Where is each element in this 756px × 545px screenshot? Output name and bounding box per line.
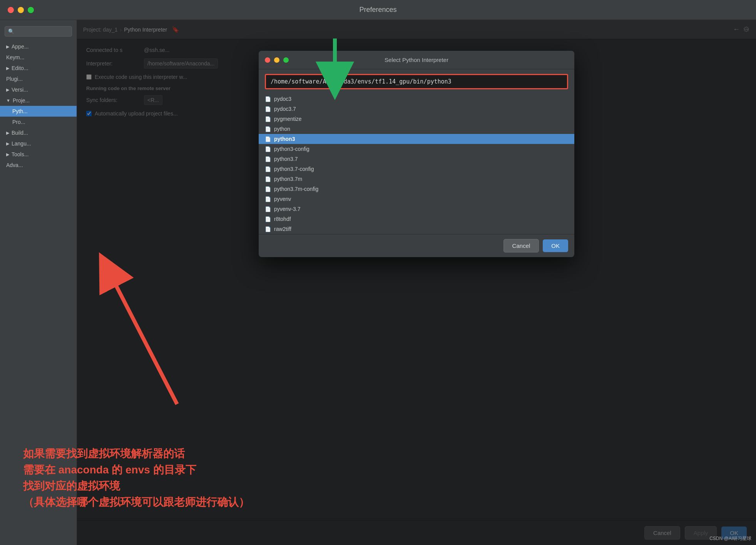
file-icon: 📄 [265, 126, 271, 132]
sidebar-item-label: Appe... [12, 43, 28, 50]
file-icon: 📄 [265, 156, 271, 162]
sidebar-search[interactable]: 🔍 [5, 26, 72, 37]
dialog-minimize-button[interactable] [274, 57, 279, 63]
sidebar-item-proje[interactable]: ▼ Proje... [0, 95, 77, 106]
file-icon: 📄 [265, 146, 271, 152]
sidebar-item-label: Edito... [12, 65, 28, 71]
list-item-python3[interactable]: 📄 python3 [259, 134, 574, 144]
expand-arrow-icon: ▶ [6, 44, 9, 49]
list-item[interactable]: 📄 python3.7-config [259, 164, 574, 174]
sidebar: 🔍 ▶ Appe... Keym... ▶ Edito... Plugi... … [0, 20, 77, 545]
sidebar-item-label: Keym... [6, 54, 24, 60]
content-area: Project: day_1 › Python Interpreter 🔖 ← … [77, 20, 756, 545]
dialog-close-button[interactable] [265, 57, 270, 63]
sidebar-item-tools[interactable]: ▶ Tools... [0, 149, 77, 160]
file-icon: 📄 [265, 116, 271, 122]
file-icon: 📄 [265, 96, 271, 102]
maximize-button[interactable] [28, 7, 34, 13]
sidebar-item-label: Proje... [13, 97, 30, 104]
sidebar-item-label: Pro... [12, 119, 25, 125]
sidebar-item-versi[interactable]: ▶ Versi... [0, 84, 77, 95]
file-icon: 📄 [265, 176, 271, 182]
dialog-title: Select Python Interpreter [385, 57, 448, 63]
sidebar-item-label: Pyth... [12, 108, 28, 114]
file-icon: 📄 [265, 166, 271, 172]
dialog-footer: Cancel OK [259, 234, 574, 257]
sidebar-item-pyth[interactable]: Pyth... [0, 106, 77, 117]
file-icon: 📄 [265, 206, 271, 212]
expand-arrow-icon: ▶ [6, 66, 9, 71]
window-title: Preferences [359, 6, 396, 14]
list-item-name: python3.7m-config [274, 186, 318, 192]
list-item[interactable]: 📄 python3.7m [259, 174, 574, 184]
sidebar-item-label: Versi... [12, 87, 28, 93]
file-icon: 📄 [265, 136, 271, 142]
list-item-name: python3.7m [274, 176, 302, 182]
sidebar-item-label: Langu... [12, 140, 31, 147]
dialog-maximize-button[interactable] [283, 57, 289, 63]
sidebar-item-pro[interactable]: Pro... [0, 117, 77, 127]
modal-overlay: Select Python Interpreter /home/software… [77, 20, 756, 545]
expand-arrow-icon: ▶ [6, 152, 9, 157]
sidebar-item-keym[interactable]: Keym... [0, 52, 77, 63]
sidebar-item-build[interactable]: ▶ Build... [0, 127, 77, 138]
sidebar-item-plugi[interactable]: Plugi... [0, 74, 77, 84]
file-icon: 📄 [265, 196, 271, 202]
file-icon: 📄 [265, 216, 271, 222]
list-item[interactable]: 📄 pygmentize [259, 114, 574, 124]
dialog-ok-button[interactable]: OK [543, 239, 568, 252]
expand-arrow-icon: ▼ [6, 98, 10, 103]
path-input-container[interactable]: /home/software/Anaconda3/envs/tf1.14_gpu… [265, 74, 568, 89]
main-layout: 🔍 ▶ Appe... Keym... ▶ Edito... Plugi... … [0, 20, 756, 545]
list-item[interactable]: 📄 python3.7 [259, 154, 574, 164]
file-icon: 📄 [265, 186, 271, 192]
traffic-lights [8, 7, 34, 13]
sidebar-item-edito[interactable]: ▶ Edito... [0, 63, 77, 74]
dialog-cancel-button[interactable]: Cancel [503, 239, 539, 252]
list-item[interactable]: 📄 python3-config [259, 144, 574, 154]
expand-arrow-icon: ▶ [6, 130, 9, 135]
search-icon: 🔍 [8, 28, 14, 34]
sidebar-item-label: Build... [12, 130, 28, 136]
list-item-name: python3.7 [274, 156, 298, 162]
sidebar-item-label: Adva... [6, 162, 23, 168]
minimize-button[interactable] [18, 7, 24, 13]
list-item-name: python3-config [274, 146, 309, 152]
dialog-titlebar: Select Python Interpreter [259, 51, 574, 69]
title-bar: Preferences [0, 0, 756, 20]
file-list: 📄 pydoc3 📄 pydoc3.7 📄 pygmentize 📄 [259, 94, 574, 234]
list-item-name: pydoc3 [274, 96, 291, 102]
list-item[interactable]: 📄 raw2tiff [259, 224, 574, 234]
sidebar-item-appe[interactable]: ▶ Appe... [0, 41, 77, 52]
list-item[interactable]: 📄 python [259, 124, 574, 134]
list-item-name: r8tohdf [274, 216, 291, 222]
sidebar-item-langu[interactable]: ▶ Langu... [0, 138, 77, 149]
close-button[interactable] [8, 7, 14, 13]
list-item[interactable]: 📄 pyvenv [259, 194, 574, 204]
expand-arrow-icon: ▶ [6, 87, 9, 92]
interpreter-dialog: Select Python Interpreter /home/software… [259, 51, 574, 257]
list-item-name: pydoc3.7 [274, 106, 296, 112]
list-item[interactable]: 📄 python3.7m-config [259, 184, 574, 194]
sidebar-item-adva[interactable]: Adva... [0, 160, 77, 171]
file-icon: 📄 [265, 106, 271, 112]
watermark: CSDN @AI研习星球 [709, 535, 751, 542]
list-item-name: pygmentize [274, 116, 302, 122]
list-item-name: python [274, 126, 290, 132]
expand-arrow-icon: ▶ [6, 141, 9, 146]
list-item[interactable]: 📄 pydoc3.7 [259, 104, 574, 114]
list-item[interactable]: 📄 r8tohdf [259, 214, 574, 224]
sidebar-item-label: Tools... [12, 151, 28, 157]
preferences-window: Preferences 🔍 ▶ Appe... Keym... ▶ Edito.… [0, 0, 756, 545]
list-item[interactable]: 📄 pydoc3 [259, 94, 574, 104]
list-item-name: python3.7-config [274, 166, 314, 172]
list-item-name: pyvenv [274, 196, 291, 202]
path-input-value: /home/software/Anaconda3/envs/tf1.14_gpu… [271, 78, 452, 85]
list-item-name: raw2tiff [274, 226, 291, 232]
sidebar-item-label: Plugi... [6, 76, 23, 82]
file-icon: 📄 [265, 226, 271, 232]
list-item-name: python3 [274, 136, 295, 142]
list-item-name: pyvenv-3.7 [274, 206, 300, 212]
list-item[interactable]: 📄 pyvenv-3.7 [259, 204, 574, 214]
